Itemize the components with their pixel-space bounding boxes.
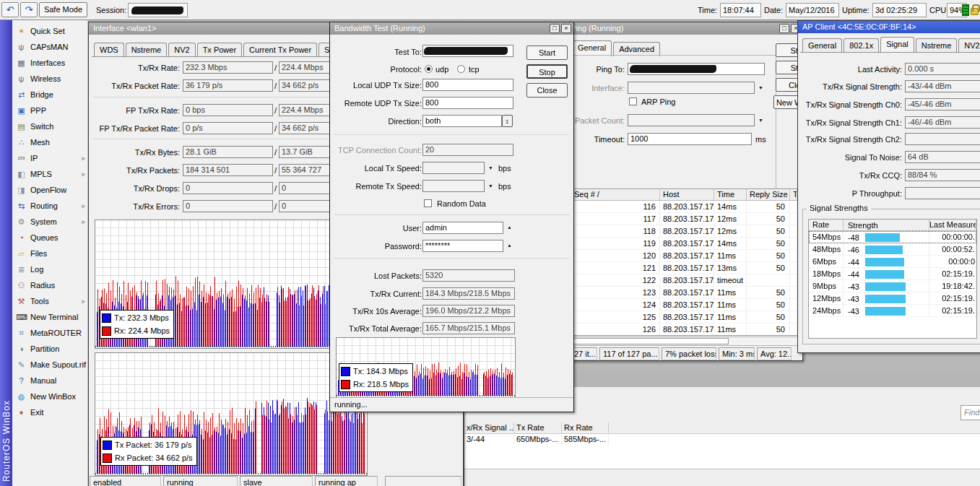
- arp-ping-checkbox[interactable]: [629, 97, 637, 105]
- sidebar-item[interactable]: ∴ Mesh: [12, 134, 87, 150]
- redo-button[interactable]: ↷: [20, 2, 38, 17]
- sidebar-item[interactable]: ? Manual: [12, 373, 87, 389]
- direction-select[interactable]: both: [422, 115, 502, 127]
- btest-stop-button[interactable]: Stop: [526, 64, 568, 79]
- find-input[interactable]: Find: [961, 405, 980, 420]
- dropdown-icon[interactable]: ▼: [758, 85, 763, 90]
- sidebar-item[interactable]: ψ CAPsMAN: [12, 39, 87, 55]
- close-icon[interactable]: ×: [561, 24, 571, 33]
- registration-column-header[interactable]: Tx Rate: [514, 422, 562, 434]
- interface-tab[interactable]: Nstreme: [126, 43, 168, 57]
- dropdown-icon[interactable]: ▼: [758, 118, 763, 123]
- btest-start-button[interactable]: Start: [526, 45, 568, 60]
- table-row[interactable]: 121 88.203.157.173 13ms 50: [571, 262, 797, 274]
- sidebar-item[interactable]: ⇄ Bridge: [12, 87, 87, 103]
- sidebar-item[interactable]: ψ Wireless: [12, 71, 87, 87]
- maximize-icon[interactable]: □: [550, 24, 560, 33]
- spinup-icon[interactable]: ▲: [507, 243, 512, 248]
- sidebar-item[interactable]: ➧ Exit: [12, 404, 87, 420]
- table-row[interactable]: 117 88.203.157.173 12ms 50: [571, 213, 797, 225]
- table-row[interactable]: 18Mbps -44 02:15:19.: [809, 268, 976, 280]
- signal-column-header[interactable]: Strength: [844, 220, 929, 230]
- sidebar-item[interactable]: ◑ Partition: [12, 341, 87, 357]
- btest-close-button[interactable]: Close: [526, 83, 568, 97]
- bandwidth-test-titlebar[interactable]: Bandwidth Test (Running) □ ×: [330, 22, 573, 35]
- ap-client-tab[interactable]: General: [802, 38, 842, 53]
- sidebar-item[interactable]: ◍ New WinBox: [12, 389, 87, 404]
- direction-dropdown-icon[interactable]: ↧: [502, 115, 513, 127]
- packet-count-select[interactable]: [628, 114, 755, 126]
- sidebar-item[interactable]: ✶ Quick Set: [12, 23, 87, 39]
- spinup-icon[interactable]: ▲: [507, 225, 512, 230]
- table-row[interactable]: 54Mbps -48 00:00:00.: [809, 231, 976, 243]
- ping-column-header[interactable]: Time: [714, 189, 747, 200]
- ping-table-hscrollbar[interactable]: [571, 337, 798, 346]
- user-input[interactable]: admin: [422, 222, 503, 234]
- sidebar-item[interactable]: ◧ MPLS ▹: [12, 166, 87, 182]
- sidebar-item[interactable]: ▱ Files: [12, 246, 87, 261]
- table-row[interactable]: 119 88.203.157.173 14ms 50: [571, 238, 797, 250]
- ping-tab[interactable]: Advanced: [613, 42, 660, 56]
- tcp-radio[interactable]: [457, 65, 465, 73]
- sidebar-item[interactable]: ⇆ Routing ▹: [12, 198, 87, 214]
- local-udp-size-input[interactable]: 800: [422, 79, 513, 91]
- sidebar-item[interactable]: ⌗ MetaROUTER: [12, 325, 87, 341]
- ap-client-tab[interactable]: Signal: [880, 37, 914, 53]
- ap-client-tab[interactable]: Nstreme: [916, 38, 958, 53]
- safe-mode-button[interactable]: Safe Mode: [39, 2, 87, 17]
- table-row[interactable]: 123 88.203.157.173 11ms 50: [571, 287, 797, 299]
- table-row[interactable]: 124 88.203.157.173 11ms 50: [571, 299, 797, 311]
- registration-column-header[interactable]: [609, 422, 980, 434]
- ap-client-titlebar[interactable]: AP Client <4C:5E:0C:0F:BF:14>: [798, 21, 980, 33]
- sidebar-item[interactable]: ◨ OpenFlow: [12, 182, 87, 198]
- ping-to-input[interactable]: [628, 63, 765, 75]
- table-row[interactable]: 48Mbps -46 00:00:52.: [809, 243, 976, 256]
- sidebar-item[interactable]: ▦ Interfaces: [12, 55, 87, 71]
- table-row[interactable]: 126 88.203.157.173 11ms 50: [571, 324, 797, 336]
- table-row[interactable]: 116 88.203.157.173 14ms 50: [571, 201, 797, 213]
- interface-tab[interactable]: Tx Power: [197, 43, 242, 57]
- table-row[interactable]: 118 88.203.157.173 12ms 50: [571, 225, 797, 238]
- udp-radio[interactable]: [425, 65, 433, 73]
- sidebar-item[interactable]: ▣ PPP: [12, 103, 87, 118]
- table-row[interactable]: 125 88.203.157.173 11ms 50: [571, 311, 797, 324]
- table-row[interactable]: 12Mbps -43 02:15:19.: [809, 292, 976, 305]
- sidebar-item[interactable]: ▤ Switch: [12, 118, 87, 134]
- signal-column-header[interactable]: Last Measured: [929, 220, 976, 230]
- maximize-icon[interactable]: □: [779, 24, 789, 33]
- test-to-input[interactable]: [422, 45, 513, 57]
- interface-tab[interactable]: Current Tx Power: [243, 43, 317, 57]
- undo-button[interactable]: ↶: [1, 2, 19, 17]
- random-data-checkbox[interactable]: [424, 199, 432, 207]
- table-row[interactable]: 120 88.203.157.173 11ms 50: [571, 250, 797, 262]
- sidebar-item[interactable]: ≣ Log: [12, 261, 87, 277]
- ping-column-header[interactable]: TTL: [790, 189, 797, 200]
- ping-window-titlebar[interactable]: Ping (Running) □ ×: [566, 22, 802, 35]
- table-row[interactable]: 24Mbps -43 02:15:19.: [809, 305, 976, 317]
- interface-select[interactable]: [628, 82, 755, 94]
- registration-column-header[interactable]: Rx Rate: [562, 422, 609, 434]
- table-row[interactable]: 3/-44 650Mbps-... 585Mbps-...: [464, 434, 980, 446]
- sidebar-item[interactable]: ◔ Queues: [12, 230, 87, 246]
- sidebar-item[interactable]: 255 IP ▹: [12, 150, 87, 166]
- interface-tab[interactable]: WDS: [94, 43, 124, 57]
- table-row[interactable]: 6Mbps -44 00:00:0: [809, 256, 976, 268]
- remote-udp-size-input[interactable]: 800: [422, 97, 513, 109]
- ap-client-tab[interactable]: 802.1x: [844, 38, 879, 53]
- scrollbar-thumb[interactable]: [572, 338, 729, 344]
- sidebar-item[interactable]: ⚒ Tools ▹: [12, 293, 87, 309]
- sidebar-item[interactable]: ⚙ System ▹: [12, 214, 87, 230]
- password-input[interactable]: ********: [422, 240, 503, 252]
- sidebar-item[interactable]: ✎ Make Supout.rif: [12, 357, 87, 373]
- ping-column-header[interactable]: Reply Size: [747, 189, 790, 200]
- table-row[interactable]: 122 88.203.157.173 timeout: [571, 274, 797, 287]
- ping-tab[interactable]: General: [572, 40, 612, 56]
- sidebar-item[interactable]: ⌨ New Terminal: [12, 309, 87, 325]
- ping-column-header[interactable]: Seq # /: [571, 189, 660, 200]
- ap-client-tab[interactable]: NV2: [958, 38, 980, 53]
- timeout-input[interactable]: 1000: [628, 133, 752, 145]
- signal-column-header[interactable]: Rate: [809, 220, 844, 230]
- table-row[interactable]: 9Mbps -43 19:18:42.: [809, 280, 976, 292]
- interface-tab[interactable]: NV2: [168, 43, 195, 57]
- ping-column-header[interactable]: Host: [660, 189, 714, 200]
